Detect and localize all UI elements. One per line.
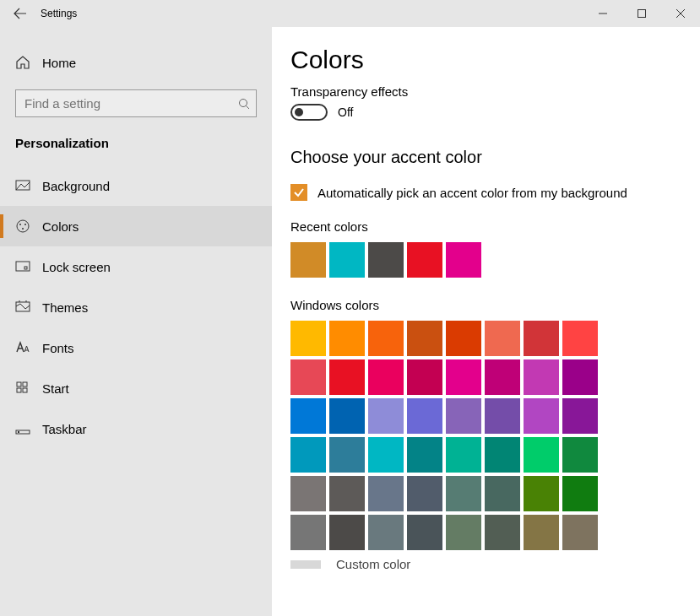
auto-pick-label: Automatically pick an accent color from … [317, 186, 627, 200]
recent-color-swatch[interactable] [329, 242, 365, 278]
recent-colors-label: Recent colors [290, 219, 675, 234]
sidebar-item-fonts[interactable]: Fonts [0, 327, 272, 368]
recent-color-swatch[interactable] [368, 242, 404, 278]
category-heading: Personalization [0, 124, 272, 165]
windows-color-swatch[interactable] [368, 398, 404, 434]
recent-color-swatch[interactable] [446, 242, 481, 278]
windows-color-swatch[interactable] [368, 321, 404, 356]
windows-color-swatch[interactable] [290, 437, 326, 473]
windows-color-swatch[interactable] [524, 515, 559, 550]
windows-color-swatch[interactable] [290, 321, 326, 356]
windows-color-swatch[interactable] [329, 321, 365, 356]
arrow-left-icon [14, 7, 27, 20]
auto-pick-checkbox[interactable] [290, 184, 307, 201]
choose-accent-heading: Choose your accent color [290, 148, 675, 167]
page-title: Colors [290, 46, 675, 74]
recent-color-swatch[interactable] [290, 242, 326, 278]
windows-colors-grid [290, 321, 605, 550]
windows-color-swatch[interactable] [407, 359, 442, 395]
windows-color-swatch[interactable] [446, 398, 481, 434]
sidebar-item-label: Themes [42, 300, 88, 315]
auto-pick-row[interactable]: Automatically pick an accent color from … [290, 184, 675, 201]
windows-color-swatch[interactable] [368, 359, 404, 395]
windows-color-swatch[interactable] [524, 437, 559, 473]
windows-color-swatch[interactable] [446, 359, 481, 395]
windows-color-swatch[interactable] [485, 359, 520, 395]
background-icon [15, 178, 30, 193]
windows-color-swatch[interactable] [485, 321, 520, 356]
windows-color-swatch[interactable] [485, 476, 520, 511]
custom-color-label: Custom color [336, 557, 410, 571]
sidebar-item-themes[interactable]: Themes [0, 287, 272, 327]
lock-screen-icon [15, 259, 30, 274]
svg-rect-12 [23, 382, 27, 386]
windows-color-swatch[interactable] [562, 437, 598, 473]
windows-color-swatch[interactable] [407, 398, 442, 434]
windows-color-swatch[interactable] [562, 476, 598, 511]
sidebar-item-label: Fonts [42, 341, 74, 355]
windows-color-swatch[interactable] [524, 321, 559, 356]
sidebar-item-taskbar[interactable]: Taskbar [0, 408, 272, 449]
svg-rect-10 [17, 382, 21, 386]
windows-color-swatch[interactable] [562, 321, 598, 356]
windows-color-swatch[interactable] [446, 476, 481, 511]
back-button[interactable] [0, 0, 41, 27]
windows-color-swatch[interactable] [290, 476, 326, 511]
colors-icon [15, 219, 30, 234]
sidebar-item-background[interactable]: Background [0, 165, 272, 206]
windows-color-swatch[interactable] [524, 359, 559, 395]
windows-color-swatch[interactable] [524, 398, 559, 434]
windows-color-swatch[interactable] [407, 437, 442, 473]
windows-color-swatch[interactable] [446, 321, 481, 356]
windows-color-swatch[interactable] [562, 359, 598, 395]
windows-color-swatch[interactable] [329, 476, 365, 511]
themes-icon [15, 300, 30, 315]
recent-colors-row [290, 242, 611, 278]
windows-color-swatch[interactable] [407, 476, 442, 511]
windows-colors-label: Windows colors [290, 298, 675, 312]
main-content: Colors Transparency effects Off Choose y… [272, 27, 700, 616]
windows-color-swatch[interactable] [290, 515, 326, 550]
titlebar: Settings [0, 0, 700, 27]
windows-color-swatch[interactable] [290, 398, 326, 434]
sidebar: Home Personalization BackgroundColorsLoc… [0, 27, 272, 616]
windows-color-swatch[interactable] [329, 359, 365, 395]
svg-point-3 [17, 220, 29, 232]
search-input[interactable] [15, 89, 257, 117]
windows-color-swatch[interactable] [368, 437, 404, 473]
windows-color-swatch[interactable] [329, 398, 365, 434]
windows-color-swatch[interactable] [446, 437, 481, 473]
windows-color-swatch[interactable] [407, 515, 442, 550]
windows-color-swatch[interactable] [290, 359, 326, 395]
windows-color-swatch[interactable] [524, 476, 559, 511]
custom-color-swatch[interactable] [290, 560, 321, 569]
close-icon [676, 9, 685, 18]
windows-color-swatch[interactable] [485, 437, 520, 473]
windows-color-swatch[interactable] [329, 515, 365, 550]
svg-rect-11 [17, 388, 21, 392]
sidebar-item-start[interactable]: Start [0, 368, 272, 408]
windows-color-swatch[interactable] [407, 321, 442, 356]
home-label: Home [42, 56, 76, 70]
checkmark-icon [293, 186, 305, 198]
svg-rect-8 [24, 267, 27, 269]
home-link[interactable]: Home [0, 44, 272, 81]
windows-color-swatch[interactable] [485, 515, 520, 550]
windows-color-swatch[interactable] [368, 515, 404, 550]
windows-color-swatch[interactable] [368, 476, 404, 511]
svg-rect-0 [638, 10, 646, 18]
transparency-toggle[interactable] [290, 104, 328, 121]
minimize-button[interactable] [583, 0, 622, 27]
recent-color-swatch[interactable] [407, 242, 442, 278]
svg-rect-7 [16, 262, 30, 271]
windows-color-swatch[interactable] [562, 515, 598, 550]
sidebar-item-lock-screen[interactable]: Lock screen [0, 246, 272, 287]
close-button[interactable] [661, 0, 700, 27]
maximize-button[interactable] [622, 0, 661, 27]
windows-color-swatch[interactable] [446, 515, 481, 550]
svg-rect-15 [18, 431, 19, 433]
windows-color-swatch[interactable] [562, 398, 598, 434]
windows-color-swatch[interactable] [485, 398, 520, 434]
sidebar-item-colors[interactable]: Colors [0, 206, 272, 246]
windows-color-swatch[interactable] [329, 437, 365, 473]
